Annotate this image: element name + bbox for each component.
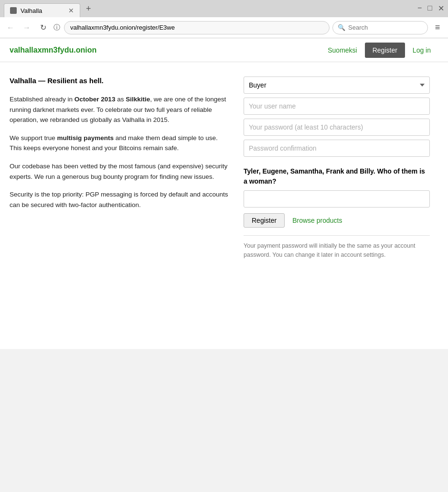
browser-tab[interactable]: Valhalla ✕ [4, 3, 80, 17]
role-select[interactable]: Buyer Vendor [244, 77, 430, 94]
description-para-1: Established already in October 2013 as S… [10, 94, 229, 125]
site-logo[interactable]: valhallaxmn3fydu.onion [10, 46, 96, 55]
registration-form: Buyer Vendor Tyler, Eugene, Samantha, Fr… [244, 77, 430, 335]
site-tagline: Valhalla — Resilient as hell. [10, 77, 229, 85]
address-bar: ← → ↻ ⓘ 🔍 ≡ [0, 17, 448, 38]
form-divider [244, 235, 430, 236]
search-icon: 🔍 [338, 24, 345, 31]
payment-note: Your payment password will initially be … [244, 241, 430, 260]
new-tab-button[interactable]: + [82, 2, 95, 16]
description-para-4: Security is the top priority: PGP messag… [10, 189, 229, 210]
back-button[interactable]: ← [4, 21, 17, 34]
main-content: Valhalla — Resilient as hell. Establishe… [0, 62, 448, 349]
form-actions: Register Browse products [244, 213, 430, 228]
username-input[interactable] [244, 98, 430, 115]
forward-button[interactable]: → [20, 21, 33, 34]
password-confirm-input[interactable] [244, 140, 430, 157]
nav-link-login[interactable]: Log in [405, 43, 438, 58]
minimize-button[interactable]: − [417, 4, 422, 13]
reload-button[interactable]: ↻ [36, 21, 50, 34]
tab-title: Valhalla [21, 7, 42, 14]
search-box[interactable]: 🔍 [332, 21, 428, 34]
close-window-button[interactable]: ✕ [438, 4, 444, 13]
site-navbar: valhallaxmn3fydu.onion Suomeksi Register… [0, 38, 448, 62]
tab-favicon [10, 7, 17, 14]
tab-close-icon[interactable]: ✕ [68, 7, 74, 14]
browse-products-link[interactable]: Browse products [292, 217, 342, 224]
nav-link-suomeksi[interactable]: Suomeksi [320, 43, 364, 58]
left-column: Valhalla — Resilient as hell. Establishe… [10, 77, 229, 335]
register-button[interactable]: Register [244, 213, 285, 228]
info-icon: ⓘ [53, 23, 60, 32]
nav-links: Suomeksi Register Log in [320, 43, 438, 58]
menu-button[interactable]: ≡ [431, 21, 444, 34]
address-input[interactable] [64, 21, 330, 34]
captcha-answer-input[interactable] [244, 190, 430, 208]
description-para-2: We support true multisig payments and ma… [10, 133, 229, 153]
maximize-button[interactable]: □ [427, 4, 432, 13]
password-input[interactable] [244, 119, 430, 136]
nav-link-register[interactable]: Register [365, 43, 405, 58]
description-para-3: Our codebase has been vetted by the most… [10, 161, 229, 182]
captcha-question: Tyler, Eugene, Samantha, Frank and Billy… [244, 166, 430, 186]
search-input[interactable] [348, 24, 415, 31]
